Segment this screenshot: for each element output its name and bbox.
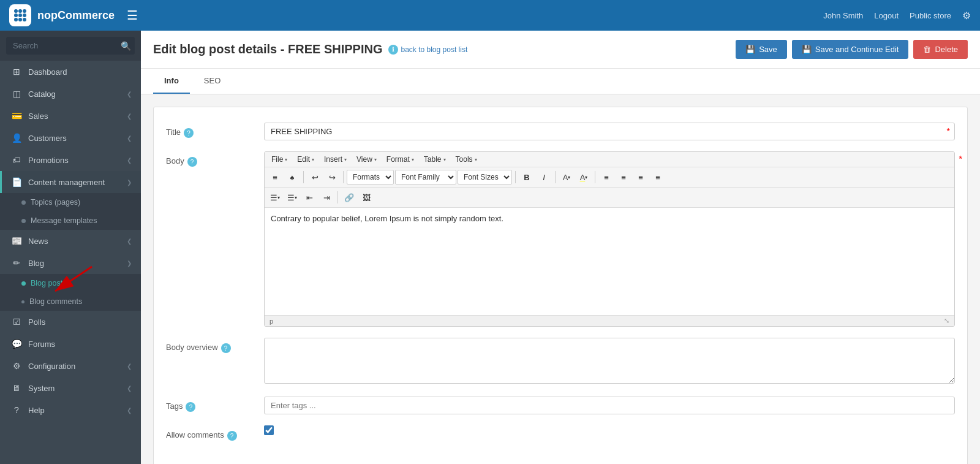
username[interactable]: John Smith: [823, 11, 863, 20]
news-icon: 📰: [11, 236, 22, 246]
sidebar-item-dashboard[interactable]: ⊞ Dashboard: [0, 61, 141, 83]
rte-btn-italic[interactable]: I: [536, 169, 552, 185]
sidebar-item-catalog[interactable]: ◫ Catalog ❮: [0, 83, 141, 105]
rte-menu-edit[interactable]: Edit ▾: [293, 153, 318, 165]
rte-btn-outdent[interactable]: ⇤: [301, 189, 317, 205]
tags-input[interactable]: [264, 397, 955, 414]
rte-btn-indent[interactable]: ⇥: [318, 189, 334, 205]
sidebar-item-promotions[interactable]: 🏷 Promotions ❮: [0, 149, 141, 171]
rte-menu-file[interactable]: File ▾: [267, 153, 292, 165]
catalog-chevron: ❮: [127, 91, 132, 97]
sidebar-item-polls[interactable]: ☑ Polls: [0, 311, 141, 333]
rte-container: File ▾ Edit ▾ Insert ▾: [264, 151, 955, 327]
rte-btn-font-color[interactable]: A▾: [559, 169, 575, 185]
title-help-icon[interactable]: ?: [184, 128, 194, 138]
topics-label: Topics (pages): [31, 198, 80, 207]
sidebar-item-system[interactable]: 🖥 System ❮: [0, 377, 141, 399]
system-chevron: ❮: [127, 385, 132, 392]
rte-menu-tools[interactable]: Tools ▾: [451, 153, 481, 165]
dashboard-icon: ⊞: [11, 67, 22, 77]
rte-btn-align-right[interactable]: ≡: [633, 169, 649, 185]
rte-sep-1: [303, 171, 304, 183]
sidebar-item-forums[interactable]: 💬 Forums: [0, 333, 141, 355]
settings-icon[interactable]: ⚙: [962, 10, 971, 21]
tab-info-label: Info: [164, 76, 179, 85]
rte-btn-ol[interactable]: ☰▾: [284, 189, 300, 205]
search-icon-button[interactable]: 🔍: [121, 41, 131, 51]
rte-btn-align-left[interactable]: ≡: [598, 169, 614, 185]
hamburger[interactable]: ☰: [127, 8, 138, 23]
tab-seo[interactable]: SEO: [193, 69, 232, 94]
sidebar-label-forums: Forums: [28, 340, 55, 349]
rte-menu-view[interactable]: View ▾: [352, 153, 381, 165]
sidebar-sub-blog-posts[interactable]: Blog posts: [0, 274, 141, 292]
rte-toolbar-2: ☰▾ ☰▾ ⇤ ⇥ 🔗 🖼: [265, 188, 954, 208]
sidebar-sub-topics[interactable]: Topics (pages): [0, 193, 141, 211]
rte-formats-select[interactable]: Formats: [347, 170, 394, 184]
rte-menu-table[interactable]: Table ▾: [420, 153, 450, 165]
content-management-icon: 📄: [11, 177, 22, 187]
body-overview-help-icon[interactable]: ?: [221, 343, 231, 353]
rte-btn-bold[interactable]: B: [519, 169, 535, 185]
rte-font-family-select[interactable]: Font Family: [395, 170, 456, 184]
search-input[interactable]: [6, 37, 135, 55]
public-store-link[interactable]: Public store: [910, 11, 951, 20]
delete-button[interactable]: 🗑 Delete: [913, 40, 968, 59]
sidebar: 🔍 ⊞ Dashboard ◫ Catalog ❮ 💳 Sales ❮: [0, 31, 141, 464]
back-info-icon: ℹ: [388, 45, 398, 55]
svg-point-1: [18, 9, 22, 13]
tags-field: [264, 397, 955, 414]
rte-btn-bg-color[interactable]: A▾: [576, 169, 592, 185]
rte-table-label: Table: [424, 155, 442, 164]
rte-btn-link[interactable]: 🔗: [341, 189, 357, 205]
title-input[interactable]: [264, 123, 955, 140]
sidebar-label-content-management: Content management: [28, 178, 105, 187]
sidebar-item-customers[interactable]: 👤 Customers ❮: [0, 127, 141, 149]
sidebar-item-help[interactable]: ? Help ❮: [0, 399, 141, 421]
back-to-list-link[interactable]: ℹ back to blog post list: [388, 45, 467, 55]
allow-comments-help-icon[interactable]: ?: [227, 431, 237, 441]
body-help-icon[interactable]: ?: [187, 157, 197, 167]
rte-btn-align-justify[interactable]: ≡: [650, 169, 666, 185]
rte-menu-format[interactable]: Format ▾: [382, 153, 418, 165]
rte-sep-5: [595, 171, 595, 183]
rte-btn-align-center[interactable]: ≡: [616, 169, 631, 185]
body-overview-input[interactable]: [264, 338, 955, 384]
sidebar-item-content-management[interactable]: 📄 Content management ❯: [0, 171, 141, 193]
rte-format-label: Format: [386, 155, 410, 164]
rte-btn-html[interactable]: ♠: [284, 169, 300, 185]
sidebar-sub-message-templates[interactable]: Message templates: [0, 211, 141, 230]
sales-icon: 💳: [11, 111, 22, 121]
allow-comments-checkbox[interactable]: [264, 425, 274, 435]
allow-comments-label: Allow comments ?: [166, 425, 264, 441]
rte-body[interactable]: Contrary to popular belief, Lorem Ipsum …: [265, 208, 954, 315]
sidebar-item-sales[interactable]: 💳 Sales ❮: [0, 105, 141, 127]
rte-btn-redo[interactable]: ↪: [324, 169, 340, 185]
logout-link[interactable]: Logout: [874, 11, 899, 20]
sidebar-sub-blog-comments[interactable]: Blog comments: [0, 292, 141, 311]
tags-help-icon[interactable]: ?: [186, 402, 195, 412]
save-continue-label: Save and Continue Edit: [815, 45, 899, 54]
rte-edit-label: Edit: [297, 155, 310, 164]
rte-insert-arrow: ▾: [344, 157, 347, 162]
sidebar-item-blog[interactable]: ✏ Blog ❯: [0, 252, 141, 274]
save-continue-button[interactable]: 💾 Save and Continue Edit: [792, 40, 909, 59]
rte-btn-ul[interactable]: ☰▾: [267, 189, 283, 205]
sidebar-item-configuration[interactable]: ⚙ Configuration ❮: [0, 355, 141, 377]
save-button[interactable]: 💾 Save: [736, 40, 787, 59]
sidebar-label-dashboard: Dashboard: [28, 67, 67, 77]
rte-sep-3: [515, 171, 516, 183]
sidebar-item-news[interactable]: 📰 News ❮: [0, 230, 141, 252]
rte-btn-image[interactable]: 🖼: [358, 189, 374, 205]
tabs-bar: Info SEO: [141, 69, 980, 94]
rte-font-sizes-select[interactable]: Font Sizes: [458, 170, 512, 184]
rte-btn-visual-code[interactable]: ≡: [267, 169, 283, 185]
content-area: Edit blog post details - FREE SHIPPING ℹ…: [141, 31, 980, 464]
rte-menu-insert[interactable]: Insert ▾: [320, 153, 351, 165]
rte-btn-undo[interactable]: ↩: [307, 169, 323, 185]
tab-info[interactable]: Info: [153, 69, 190, 94]
svg-point-4: [18, 13, 22, 17]
svg-point-2: [23, 9, 26, 13]
rte-table-arrow: ▾: [443, 157, 446, 162]
title-required: *: [947, 126, 950, 136]
